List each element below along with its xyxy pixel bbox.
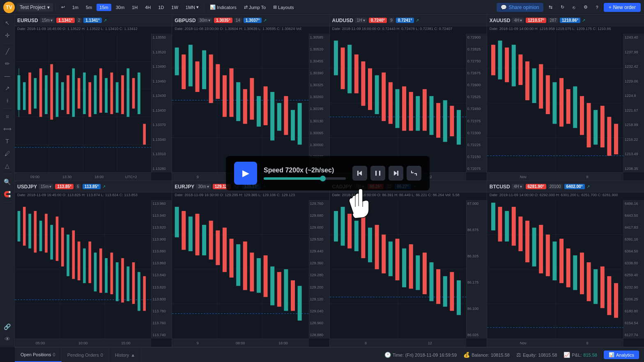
svg-rect-159	[291, 280, 295, 311]
price-down-eurusd: 1.1341°	[56, 18, 75, 23]
pending-orders-tab[interactable]: Pending Orders 0	[62, 348, 109, 362]
svg-rect-182	[443, 276, 447, 307]
speed-left-button[interactable]	[352, 166, 367, 181]
svg-rect-170	[361, 217, 365, 258]
chart-header-gbpusd: GBPUSD 30m ▾ 1.3035° 14 1.3037° ↗	[172, 15, 329, 26]
play-icon: ▶	[242, 168, 249, 179]
count-gbpusd: 14	[234, 18, 242, 23]
jump-to-button[interactable]: ⇄ Jump To	[241, 3, 269, 11]
timeframe-1m[interactable]: 1m	[69, 4, 81, 11]
svg-rect-32	[143, 124, 146, 145]
svg-rect-68	[368, 69, 372, 110]
svg-rect-29	[126, 69, 129, 117]
price-axis-eurusd: 1.13550 1.13520 1.13490 1.13460 1.13430 …	[151, 34, 172, 172]
svg-rect-171	[368, 228, 372, 263]
svg-rect-74	[409, 92, 413, 131]
svg-rect-147	[209, 221, 213, 260]
pnl-label: P&L:	[572, 353, 582, 357]
speed-right-button[interactable]	[389, 166, 403, 181]
timeframe-btcusd[interactable]: 4H ▾	[512, 184, 524, 189]
price-down-usdjpy: 113.85°	[55, 184, 74, 189]
zoom-tool[interactable]: 🔍	[2, 176, 13, 188]
horizontal-line-tool[interactable]: —	[2, 70, 13, 82]
undo-button[interactable]: ↩	[58, 3, 68, 11]
channel-tool[interactable]: ⫲	[2, 95, 13, 106]
timeframe-5m[interactable]: 5m	[83, 4, 95, 11]
ray-tool[interactable]: ↗	[2, 82, 13, 94]
svg-rect-211	[375, 171, 377, 176]
timeframe-eurjpy[interactable]: 30m ▾	[196, 184, 211, 189]
svg-rect-121	[67, 235, 69, 276]
eye-tool[interactable]: 👁	[2, 333, 13, 345]
timeframe-usdjpy[interactable]: 15m ▾	[39, 184, 53, 189]
price-current-btcusd: 6402.00°	[564, 184, 585, 189]
svg-rect-120	[61, 228, 64, 267]
undo-icon: ↩	[61, 5, 65, 10]
link-tool[interactable]: 🔗	[2, 321, 13, 332]
svg-rect-23	[94, 75, 97, 114]
open-positions-label: Open Positions	[21, 352, 51, 357]
chart-header-xauusd: XAUUSD 4H ▾ 1210.57° 287 1210.86° ↗	[487, 15, 644, 26]
timeframe-15m[interactable]: 15m	[97, 4, 111, 11]
open-positions-tab[interactable]: Open Positions 0	[15, 348, 62, 362]
timeframe-audusd[interactable]: 1H ▾	[355, 18, 367, 23]
svg-rect-117	[45, 214, 48, 253]
brush-tool[interactable]: 🖊	[2, 148, 13, 159]
indicators-button[interactable]: 📊 Indicators	[207, 3, 239, 11]
timeframe-4h[interactable]: 4H	[142, 4, 154, 11]
new-order-button[interactable]: + New order	[604, 3, 641, 12]
speed-handle[interactable]	[320, 176, 326, 181]
svg-rect-21	[83, 73, 86, 114]
timeframe-eurusd[interactable]: 15m ▾	[40, 18, 55, 23]
timeframe-30m[interactable]: 30m	[113, 4, 127, 11]
crosshair-tool[interactable]: ✛	[2, 30, 13, 41]
share-button[interactable]: ⎋	[570, 4, 578, 11]
bottom-bar: Open Positions 0 Pending Orders 0 Histor…	[15, 347, 644, 362]
wallet-icon: 💰	[463, 352, 470, 358]
svg-rect-105	[614, 124, 618, 154]
project-selector[interactable]: Test Project ▾	[16, 3, 53, 11]
chart-row-bottom: USDJPY 15m ▾ 113.85° 6 113.85° ↗ Date: 2…	[15, 181, 644, 347]
settings-button[interactable]: ⚙	[581, 3, 591, 11]
play-button[interactable]: ▶	[234, 162, 257, 185]
timeframe-1mn[interactable]: 1MN ▾	[183, 3, 202, 11]
analytics-button[interactable]: 📊 Analytics	[604, 351, 639, 359]
svg-rect-131	[121, 258, 124, 302]
refresh-button[interactable]: ↻	[558, 3, 567, 11]
svg-rect-16	[56, 73, 59, 117]
magnet-tool[interactable]: 🧲	[2, 188, 13, 200]
fib-tool[interactable]: ⌗	[2, 111, 13, 122]
price-current-usdjpy: 113.85°	[83, 184, 101, 189]
speed-expand-button[interactable]	[407, 166, 421, 181]
cursor-tool[interactable]: ↖	[2, 17, 13, 29]
timeframe-gbpusd[interactable]: 30m ▾	[198, 18, 212, 23]
text-tool[interactable]: T	[2, 135, 13, 147]
price-axis-gbpusd: 1.30585 1.30520 1.30455 1.30390 1.30325 …	[309, 34, 329, 172]
time-axis-cadjpy: 8 12	[330, 339, 466, 347]
measure-tool[interactable]: ⟺	[2, 123, 13, 135]
svg-rect-51	[257, 96, 261, 126]
draw-tool[interactable]: ✏	[2, 58, 13, 69]
trend-line-tool[interactable]: ╱	[2, 46, 13, 57]
speed-center-button[interactable]	[370, 166, 385, 181]
speed-bar-container[interactable]	[264, 177, 346, 180]
timeframe-xauusd[interactable]: 4H ▾	[512, 18, 524, 23]
svg-rect-47	[230, 69, 234, 117]
svg-rect-80	[450, 106, 454, 136]
compare-button[interactable]: ⇆	[546, 3, 555, 11]
pnl-status: 📈 P&L: 815.58	[564, 352, 597, 358]
time-axis-usdjpy: 05:00 10:00 15:00	[15, 339, 151, 347]
equity-value: 10815.58	[538, 353, 557, 357]
svg-rect-70	[382, 73, 386, 121]
svg-rect-150	[230, 239, 234, 278]
shape-tool[interactable]: △	[2, 160, 13, 172]
toolbar-right: 💬 Share opinion ⇆ ↻ ⎋ ⚙ ? + New order	[497, 3, 641, 12]
timeframe-1d[interactable]: 1D	[155, 4, 167, 11]
timeframe-1w[interactable]: 1W	[168, 4, 181, 11]
svg-rect-11	[28, 73, 31, 114]
share-opinion-button[interactable]: 💬 Share opinion	[497, 3, 543, 12]
timeframe-1h[interactable]: 1H	[129, 4, 140, 11]
layouts-button[interactable]: ⊞ Layouts	[270, 3, 297, 11]
history-tab[interactable]: History ▲	[109, 348, 141, 362]
help-button[interactable]: ?	[593, 4, 601, 11]
